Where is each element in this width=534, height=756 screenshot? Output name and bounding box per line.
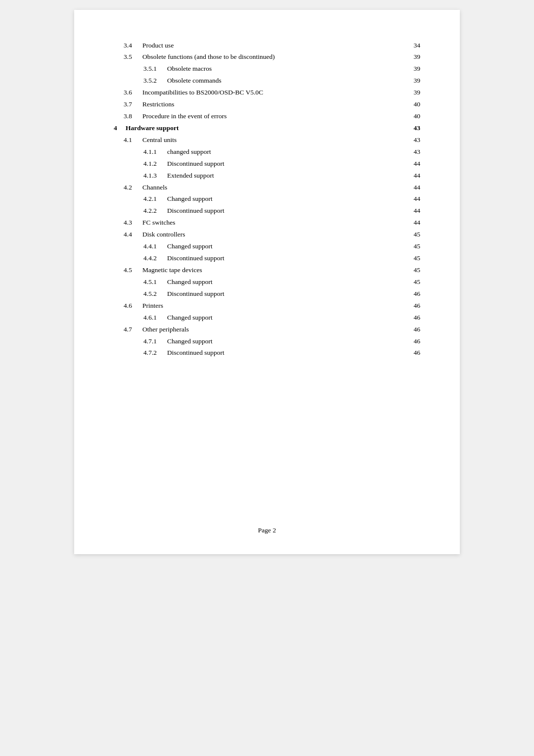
toc-page-number: 43 <box>390 122 420 134</box>
toc-number: 4.1.2 <box>143 159 163 169</box>
toc-number: 3.6 <box>124 88 138 98</box>
toc-entry: 4.5.2Discontinued support <box>114 288 390 300</box>
toc-page-number: 44 <box>390 205 420 217</box>
toc-row: 4.7Other peripherals46 <box>114 324 420 335</box>
toc-number: 4.4 <box>124 230 138 240</box>
toc-entry: 4.2.2Discontinued support <box>114 205 390 217</box>
toc-row: 3.4Product use34 <box>114 40 420 51</box>
toc-number: 4 <box>114 123 122 134</box>
toc-entry: 4.4.2Discontinued support <box>114 253 390 265</box>
toc-entry: 3.6Incompatibilities to BS2000/OSD-BC V5… <box>114 87 390 99</box>
toc-page-number: 45 <box>390 276 420 288</box>
toc-page-number: 44 <box>390 193 420 205</box>
toc-number: 4.2.1 <box>143 194 163 204</box>
toc-entry: 4.3FC switches <box>114 217 390 229</box>
toc-entry: 3.7Restrictions <box>114 99 390 111</box>
toc-entry: 4.1.3Extended support <box>114 170 390 182</box>
toc-entry: 3.5Obsolete functions (and those to be d… <box>114 51 390 63</box>
toc-table: 3.4Product use343.5Obsolete functions (a… <box>114 40 420 359</box>
toc-page-number: 46 <box>390 324 420 335</box>
toc-entry: 3.8Procedure in the event of errors <box>114 111 390 123</box>
toc-title: Restrictions <box>142 99 175 110</box>
toc-entry: 4.7Other peripherals <box>114 324 390 335</box>
toc-number: 4.6.1 <box>143 313 163 323</box>
toc-row: 3.5.1Obsolete macros39 <box>114 63 420 75</box>
toc-page-number: 46 <box>390 300 420 312</box>
toc-title: Other peripherals <box>142 325 189 335</box>
toc-row: 4.4.2Discontinued support45 <box>114 253 420 265</box>
toc-title: Channels <box>142 183 167 193</box>
toc-page-number: 39 <box>390 87 420 99</box>
toc-page-number: 46 <box>390 312 420 324</box>
toc-row: 4.2.1Changed support44 <box>114 193 420 205</box>
toc-row: 4.4Disk controllers45 <box>114 229 420 241</box>
toc-title: Procedure in the event of errors <box>142 111 227 122</box>
toc-page-number: 44 <box>390 217 420 229</box>
toc-title: Discontinued support <box>167 159 224 169</box>
toc-page-number: 45 <box>390 241 420 253</box>
toc-row: 3.8Procedure in the event of errors40 <box>114 111 420 123</box>
toc-number: 4.5 <box>124 265 138 276</box>
toc-row: 4.4.1Changed support45 <box>114 241 420 253</box>
toc-entry: 4.7.2Discontinued support <box>114 347 390 359</box>
page-number: Page 2 <box>258 526 276 534</box>
toc-entry: 4.5.1Changed support <box>114 276 390 288</box>
toc-entry: 4.1.2Discontinued support <box>114 158 390 170</box>
toc-number: 4.2.2 <box>143 206 163 216</box>
toc-title: Product use <box>142 41 174 51</box>
toc-title: Incompatibilities to BS2000/OSD-BC V5.0C <box>142 88 263 98</box>
toc-title: Printers <box>142 301 163 311</box>
toc-title: Discontinued support <box>167 348 224 358</box>
toc-title: Discontinued support <box>167 206 224 216</box>
toc-entry: 4.6Printers <box>114 300 390 312</box>
toc-number: 3.8 <box>124 111 138 122</box>
toc-number: 4.6 <box>124 301 138 311</box>
toc-title: Obsolete macros <box>167 64 212 74</box>
toc-number: 4.2 <box>124 183 138 193</box>
toc-title: Magnetic tape devices <box>142 265 202 276</box>
toc-title: Discontinued support <box>167 289 224 299</box>
toc-row: 3.7Restrictions40 <box>114 99 420 111</box>
toc-entry: 4.5Magnetic tape devices <box>114 265 390 277</box>
toc-title: FC switches <box>142 218 175 228</box>
toc-page-number: 39 <box>390 63 420 75</box>
toc-title: Extended support <box>167 171 214 181</box>
toc-number: 4.7.2 <box>143 348 163 358</box>
toc-title: Obsolete commands <box>167 76 222 86</box>
toc-row: 3.6Incompatibilities to BS2000/OSD-BC V5… <box>114 87 420 99</box>
toc-row: 4.5.1Changed support45 <box>114 276 420 288</box>
toc-page-number: 39 <box>390 51 420 63</box>
toc-row: 4.7.2Discontinued support46 <box>114 347 420 359</box>
toc-number: 4.5.1 <box>143 277 163 287</box>
toc-title: Hardware support <box>126 123 178 134</box>
toc-page-number: 45 <box>390 229 420 241</box>
toc-entry: 4.2.1Changed support <box>114 193 390 205</box>
toc-entry: 4.6.1Changed support <box>114 312 390 324</box>
toc-page-number: 39 <box>390 75 420 87</box>
toc-row: 4.3FC switches44 <box>114 217 420 229</box>
toc-entry: 4.1Central units <box>114 134 390 146</box>
toc-row: 4.1.3Extended support44 <box>114 170 420 182</box>
toc-page-number: 45 <box>390 265 420 277</box>
toc-number: 4.4.1 <box>143 241 163 252</box>
toc-row: 4.5Magnetic tape devices45 <box>114 265 420 277</box>
toc-entry: 4.7.1Changed support <box>114 335 390 347</box>
toc-title: Changed support <box>167 241 213 252</box>
toc-number: 4.5.2 <box>143 289 163 299</box>
toc-row: 4.1Central units43 <box>114 134 420 146</box>
toc-title: Changed support <box>167 336 213 347</box>
toc-page-number: 46 <box>390 288 420 300</box>
toc-number: 4.1 <box>124 135 138 145</box>
toc-page-number: 34 <box>390 40 420 51</box>
toc-row: 4.5.2Discontinued support46 <box>114 288 420 300</box>
toc-number: 3.4 <box>124 41 138 51</box>
toc-page-number: 46 <box>390 335 420 347</box>
toc-entry: 3.5.2Obsolete commands <box>114 75 390 87</box>
toc-row: 4.2Channels44 <box>114 182 420 193</box>
toc-number: 4.1.1 <box>143 147 163 157</box>
toc-page-number: 46 <box>390 347 420 359</box>
toc-page-number: 43 <box>390 146 420 158</box>
toc-entry: 4.2Channels <box>114 182 390 193</box>
toc-number: 3.5.1 <box>143 64 163 74</box>
toc-page-number: 43 <box>390 134 420 146</box>
